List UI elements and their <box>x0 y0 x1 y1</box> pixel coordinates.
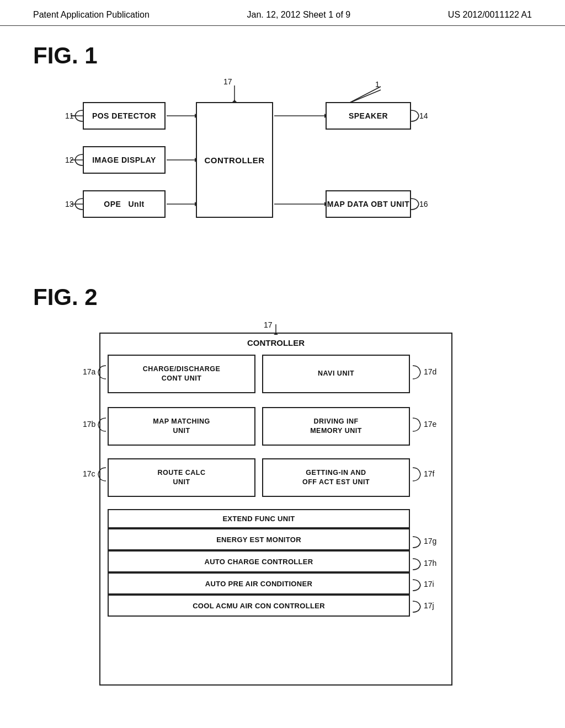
ref-13: 13 <box>65 200 74 208</box>
ref-17-fig1: 17 <box>223 77 232 86</box>
ref-12: 12 <box>65 156 74 164</box>
header-center: Jan. 12, 2012 Sheet 1 of 9 <box>247 10 350 20</box>
ref-16: 16 <box>419 200 428 208</box>
fig2-cool-acmu: COOL ACMU AIR CON CONTROLLER <box>108 595 410 617</box>
ref-17c: 17c <box>83 469 95 478</box>
page-header: Patent Application Publication Jan. 12, … <box>0 0 565 26</box>
fig1-ope-unit: OPE UnIt <box>83 190 166 218</box>
fig2-auto-pre-air: AUTO PRE AIR CONDITIONER <box>108 572 410 595</box>
fig1-image-display: IMAGE DISPLAY <box>83 146 166 174</box>
header-left: Patent Application Publication <box>33 10 150 20</box>
fig2-route-calc: ROUTE CALCUNIT <box>108 458 255 497</box>
ref-17f: 17f <box>424 469 434 478</box>
fig2-controller-label: CONTROLLER <box>99 338 452 347</box>
ref-17j: 17j <box>424 601 434 610</box>
fig1-diagram: 11 12 13 14 16 17 1 POS DETECTOR IMAGE D… <box>33 80 508 251</box>
ref-17h: 17h <box>424 559 436 568</box>
fig2-section: FIG. 2 <box>33 284 532 697</box>
header-right: US 2012/0011122 A1 <box>448 10 532 20</box>
fig2-driving-inf: DRIVING INFMEMORY UNIT <box>262 407 410 446</box>
svg-line-16 <box>349 87 381 103</box>
fig1-map-data-obt: MAP DATA OBT UNIT <box>326 190 411 218</box>
fig2-charge-discharge: CHARGE/DISCHARGECONT UNIT <box>108 355 255 393</box>
ref-17e: 17e <box>424 420 436 429</box>
ref-1-fig1: 1 <box>375 80 380 89</box>
fig1-pos-detector: POS DETECTOR <box>83 102 166 130</box>
main-content: FIG. 1 <box>0 26 565 713</box>
ref-14: 14 <box>419 111 428 120</box>
fig1-controller: CONTROLLER <box>196 102 273 218</box>
fig2-navi-unit: NAVI UNIT <box>262 355 410 393</box>
fig2-map-matching: MAP MATCHINGUNIT <box>108 407 255 446</box>
ref-17g: 17g <box>424 537 436 545</box>
fig2-auto-charge: AUTO CHARGE CONTROLLER <box>108 550 410 572</box>
fig2-label: FIG. 2 <box>33 284 532 311</box>
fig2-extend-func: EXTEND FUNC UNIT <box>108 509 410 528</box>
fig2-getting-in: GETTING-IN ANDOFF ACT EST UNIT <box>262 458 410 497</box>
ref-17-fig2: 17 <box>264 320 273 329</box>
ref-17b: 17b <box>83 420 95 429</box>
fig2-diagram: CONTROLLER 17 17a 17b 17c 17d 17e 17f 17… <box>66 322 530 697</box>
fig2-energy-est: ENERGY EST MONITOR <box>108 528 410 550</box>
ref-11: 11 <box>65 111 74 120</box>
fig1-label: FIG. 1 <box>33 42 532 69</box>
fig1-speaker: SPEAKER <box>326 102 411 130</box>
ref-17d: 17d <box>424 367 436 376</box>
ref-17i: 17i <box>424 580 434 588</box>
ref-17a: 17a <box>83 367 95 376</box>
